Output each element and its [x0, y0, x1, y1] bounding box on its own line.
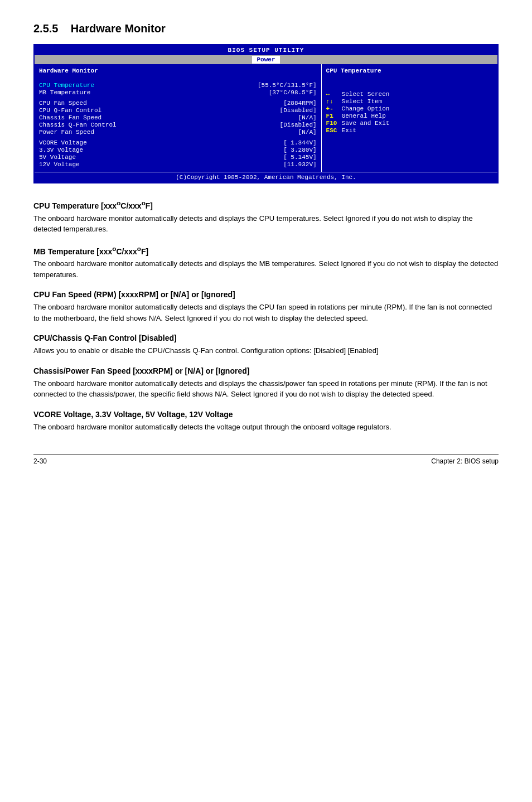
shortcut-desc-f10: Save and Exit: [342, 120, 390, 127]
bios-label-vcore: VCORE Voltage: [39, 139, 117, 146]
doc-section-qfan-control: CPU/Chassis Q-Fan Control [Disabled] All…: [33, 334, 499, 356]
bios-shortcuts: ↔ Select Screen ↑↓ Select Item +- Change…: [326, 91, 493, 134]
doc-body-chassis-fan: The onboard hardware monitor automatical…: [33, 378, 499, 400]
doc-section-cpu-temp: CPU Temperature [xxxoC/xxxoF] The onboar…: [33, 199, 499, 235]
shortcut-select-screen: ↔ Select Screen: [326, 91, 493, 98]
bios-value-cpu-qfan: [Disabled]: [280, 107, 317, 114]
shortcut-desc-select-screen: Select Screen: [342, 91, 390, 98]
doc-section-mb-temp: MB Temperature [xxxoC/xxxoF] The onboard…: [33, 245, 499, 281]
bios-label-chassis-qfan: Chassis Q-Fan Control: [39, 122, 117, 128]
bios-value-chassis-fan: [N/A]: [298, 114, 317, 121]
shortcut-desc-select-item: Select Item: [342, 98, 383, 105]
bios-content: Hardware Monitor CPU Temperature [55.5°C…: [35, 64, 497, 172]
doc-section-cpu-fan-speed: CPU Fan Speed (RPM) [xxxxRPM] or [N/A] o…: [33, 290, 499, 323]
bios-nav: Power: [35, 55, 497, 64]
bios-label-mb-temp: MB Temperature: [39, 89, 117, 96]
doc-heading-chassis-fan: Chassis/Power Fan Speed [xxxxRPM] or [N/…: [33, 366, 499, 375]
shortcut-change-option: +- Change Option: [326, 105, 493, 112]
footer-page-number: 2-30: [33, 457, 47, 465]
bios-label-12v: 12V Voltage: [39, 161, 117, 168]
shortcut-desc-esc: Exit: [342, 127, 356, 134]
bios-value-cpu-temp: [55.5°C/131.5°F]: [258, 82, 317, 89]
bios-nav-power: Power: [252, 56, 279, 64]
shortcut-desc-f1: General Help: [342, 113, 386, 119]
bios-row-power-fan: Power Fan Speed [N/A]: [39, 129, 317, 136]
shortcut-key-plusminus: +-: [326, 105, 342, 112]
shortcut-key-f10: F10: [326, 120, 342, 127]
doc-body-cpu-fan-speed: The onboard hardware monitor automatical…: [33, 302, 499, 323]
bios-left-panel: Hardware Monitor CPU Temperature [55.5°C…: [35, 64, 322, 172]
bios-header: BIOS SETUP UTILITY: [35, 45, 497, 55]
shortcut-desc-change-option: Change Option: [342, 105, 390, 112]
page-footer: 2-30 Chapter 2: BIOS setup: [33, 455, 499, 465]
doc-body-voltage: The onboard hardware monitor automatical…: [33, 422, 499, 433]
bios-screenshot: BIOS SETUP UTILITY Power Hardware Monito…: [33, 44, 499, 183]
doc-heading-mb-temp: MB Temperature [xxxoC/xxxoF]: [33, 245, 499, 256]
bios-row-mb-temp: MB Temperature [37°C/98.5°F]: [39, 89, 317, 96]
bios-row-cpu-qfan: CPU Q-Fan Control [Disabled]: [39, 107, 317, 114]
shortcut-key-updown: ↑↓: [326, 98, 342, 105]
bios-row-12v: 12V Voltage [11.932V]: [39, 161, 317, 168]
bios-value-5v: [ 5.145V]: [283, 154, 316, 161]
footer-chapter: Chapter 2: BIOS setup: [431, 457, 499, 465]
bios-row-3v3: 3.3V Voltage [ 3.280V]: [39, 147, 317, 153]
bios-label-5v: 5V Voltage: [39, 154, 117, 161]
bios-row-vcore: VCORE Voltage [ 1.344V]: [39, 139, 317, 146]
bios-row-cpu-fan: CPU Fan Speed [2884RPM]: [39, 100, 317, 107]
doc-body-qfan-control: Allows you to enable or disable the CPU/…: [33, 345, 499, 356]
bios-label-cpu-temp: CPU Temperature: [39, 82, 117, 89]
bios-label-power-fan: Power Fan Speed: [39, 129, 117, 136]
doc-heading-voltage: VCORE Voltage, 3.3V Voltage, 5V Voltage,…: [33, 410, 499, 419]
bios-value-chassis-qfan: [Disabled]: [280, 122, 317, 128]
bios-left-label: Hardware Monitor: [39, 67, 98, 74]
doc-heading-cpu-temp: CPU Temperature [xxxoC/xxxoF]: [33, 199, 499, 210]
shortcut-key-esc: ESC: [326, 127, 342, 134]
bios-right-panel: CPU Temperature ↔ Select Screen ↑↓ Selec…: [322, 64, 497, 172]
bios-row-chassis-qfan: Chassis Q-Fan Control [Disabled]: [39, 122, 317, 128]
bios-value-cpu-fan: [2884RPM]: [283, 100, 316, 107]
bios-value-mb-temp: [37°C/98.5°F]: [269, 89, 317, 96]
bios-label-cpu-fan: CPU Fan Speed: [39, 100, 117, 107]
bios-label-3v3: 3.3V Voltage: [39, 147, 117, 153]
section-title: 2.5.5 Hardware Monitor: [33, 22, 499, 35]
bios-label-cpu-qfan: CPU Q-Fan Control: [39, 107, 117, 114]
shortcut-f1: F1 General Help: [326, 113, 493, 119]
bios-value-power-fan: [N/A]: [298, 129, 317, 136]
shortcut-key-arrows: ↔: [326, 91, 342, 98]
doc-body-cpu-temp: The onboard hardware monitor automatical…: [33, 213, 499, 235]
bios-value-vcore: [ 1.344V]: [283, 139, 316, 146]
doc-heading-qfan-control: CPU/Chassis Q-Fan Control [Disabled]: [33, 334, 499, 342]
bios-row-cpu-temp: CPU Temperature [55.5°C/131.5°F]: [39, 82, 317, 89]
section-number: 2.5.5: [33, 22, 58, 35]
doc-heading-cpu-fan-speed: CPU Fan Speed (RPM) [xxxxRPM] or [N/A] o…: [33, 290, 499, 299]
bios-right-label: CPU Temperature: [326, 67, 493, 74]
shortcut-f10: F10 Save and Exit: [326, 120, 493, 127]
bios-footer-text: (C)Copyright 1985-2002, American Megatre…: [176, 174, 356, 181]
bios-value-12v: [11.932V]: [283, 161, 316, 168]
bios-value-3v3: [ 3.280V]: [283, 147, 316, 153]
shortcut-key-f1: F1: [326, 113, 342, 119]
bios-label-chassis-fan: Chassis Fan Speed: [39, 114, 117, 121]
bios-row-5v: 5V Voltage [ 5.145V]: [39, 154, 317, 161]
bios-row-chassis-fan: Chassis Fan Speed [N/A]: [39, 114, 317, 121]
shortcut-esc: ESC Exit: [326, 127, 493, 134]
doc-body-mb-temp: The onboard hardware monitor automatical…: [33, 258, 499, 280]
bios-header-text: BIOS SETUP UTILITY: [228, 47, 304, 54]
shortcut-select-item: ↑↓ Select Item: [326, 98, 493, 105]
bios-footer: (C)Copyright 1985-2002, American Megatre…: [35, 172, 497, 182]
doc-section-chassis-fan: Chassis/Power Fan Speed [xxxxRPM] or [N/…: [33, 366, 499, 400]
section-title-text: Hardware Monitor: [71, 22, 166, 35]
doc-section-voltage: VCORE Voltage, 3.3V Voltage, 5V Voltage,…: [33, 410, 499, 433]
